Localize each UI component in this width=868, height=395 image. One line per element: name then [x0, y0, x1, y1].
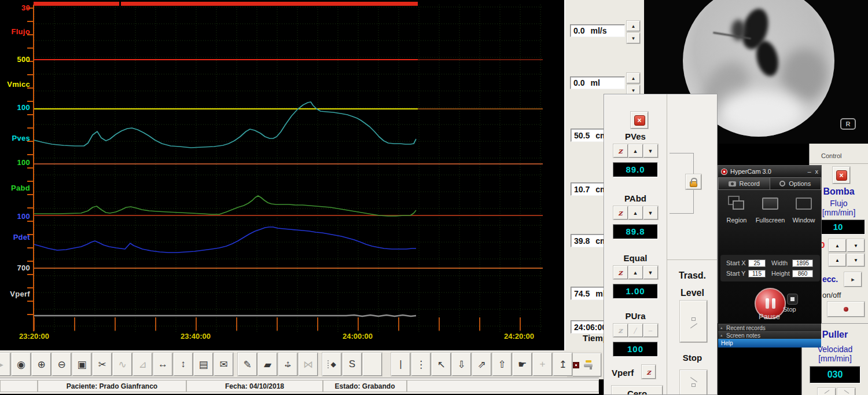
hypercam-titlebar[interactable]: HyperCam 3.0 – x: [718, 166, 821, 177]
target-icon[interactable]: ◉: [12, 353, 31, 376]
y-axis-label: Pabd: [0, 184, 30, 192]
hypercam-body: Region Fullscreen Window Start X 25 Widt…: [718, 190, 821, 324]
close-button[interactable]: x: [815, 168, 819, 175]
y-axis-label: 100: [0, 103, 30, 112]
arrow-down-icon[interactable]: ⇩: [452, 353, 471, 376]
flujo-fine-up-button[interactable]: ▲: [829, 254, 846, 266]
cut-icon[interactable]: ✂: [93, 353, 112, 376]
status-paciente: Paciente: Prado Gianfranco: [38, 380, 186, 392]
flujo-fine-down-button[interactable]: ▼: [847, 254, 865, 266]
trasd-level-button[interactable]: [680, 301, 707, 342]
cero-button[interactable]: Cero: [612, 386, 663, 395]
decrease-button[interactable]: ▼: [643, 206, 658, 220]
decrease-button[interactable]: ▼: [643, 144, 658, 158]
mode-window[interactable]: Window: [789, 193, 819, 224]
help-bar[interactable]: Help: [718, 339, 821, 348]
channel-pura: PUra z ╱ ─ 100: [604, 311, 667, 357]
h-expand-icon[interactable]: ↔: [153, 353, 172, 376]
channel-label: PVes: [604, 131, 667, 141]
flujo-coarse-down-button[interactable]: ▼: [847, 239, 865, 252]
puller-right-button[interactable]: [837, 388, 855, 395]
trasd-stop-button[interactable]: [680, 370, 707, 395]
lock-button[interactable]: [686, 174, 701, 189]
flujo-coarse-up-button[interactable]: ▲: [829, 239, 846, 252]
zoom-in-icon[interactable]: ⊕: [32, 353, 51, 376]
gear-icon: [779, 181, 785, 186]
move-icon[interactable]: ↔↕: [278, 353, 297, 376]
height-field[interactable]: 860: [792, 270, 813, 277]
start-y-field[interactable]: 115: [748, 270, 766, 277]
pause-caption: Pause: [759, 312, 780, 321]
readout-value: 50.5: [574, 131, 590, 140]
mail-icon[interactable]: ✉: [214, 353, 233, 376]
blank-button[interactable]: [363, 353, 382, 376]
urodynamics-app: 30Flujo500Vmicc100Pves100Pabd100Pdet700V…: [0, 0, 868, 395]
tab-control[interactable]: Control: [821, 152, 841, 159]
panel-divider: [667, 94, 667, 395]
tab-record[interactable]: Record: [718, 177, 770, 190]
stop-label: Stop: [667, 353, 718, 363]
chart-area: 30Flujo500Vmicc100Pves100Pabd100Pdet700V…: [0, 0, 564, 350]
trace-pdet: [34, 227, 416, 253]
eraser-icon[interactable]: ▰: [258, 353, 277, 376]
trace-pabd: [34, 196, 416, 216]
hand-icon[interactable]: ☛: [513, 353, 532, 376]
channel-pabd: PAbd z ▲ ▼ 89.8: [604, 193, 667, 239]
zero-button[interactable]: z: [613, 266, 628, 279]
arrow-up-icon[interactable]: ⇧: [492, 353, 512, 376]
stop-button[interactable]: [787, 294, 798, 305]
arrow-top-icon[interactable]: ↥: [553, 353, 572, 376]
clipboard-icon[interactable]: ▣: [72, 353, 91, 376]
puller-left-button[interactable]: [818, 388, 836, 395]
close-control-button[interactable]: ×: [833, 167, 850, 184]
increase-button[interactable]: ▲: [628, 206, 643, 220]
volume-field[interactable]: 0.0 ml: [570, 76, 625, 89]
ecc-button[interactable]: ▸: [844, 272, 862, 287]
hypercam-logo-icon: [721, 169, 727, 175]
sensation-icon[interactable]: S: [343, 353, 362, 376]
ecc-label: ecc.: [822, 275, 838, 284]
start-x-field[interactable]: 25: [748, 259, 766, 267]
mode-region[interactable]: Region: [722, 193, 752, 224]
recent-records-section[interactable]: ▴ Recent records: [718, 324, 821, 331]
arrow-nw-icon[interactable]: ↖: [432, 353, 451, 376]
pen-diagonal-icon[interactable]: ⇗: [472, 353, 491, 376]
close-panel-button[interactable]: ×: [631, 112, 648, 129]
screen-notes-section[interactable]: ▴ Screen notes: [718, 331, 821, 339]
increase-button[interactable]: ▲: [628, 266, 643, 279]
flow-down-button[interactable]: ▼: [627, 33, 640, 43]
event-marker-icon[interactable]: ◆: [322, 353, 341, 376]
vperf-zero-button[interactable]: z: [642, 365, 656, 379]
zero-button[interactable]: z: [613, 144, 628, 158]
zoom-out-icon[interactable]: ⊖: [52, 353, 71, 376]
status-fecha: Fecha: 04/10/2018: [186, 380, 323, 392]
minimize-button[interactable]: –: [807, 168, 811, 175]
level-label: Level: [667, 288, 718, 298]
divider: [667, 259, 718, 260]
v-expand-icon[interactable]: ↕: [174, 353, 193, 376]
flow-up-button[interactable]: ▲: [627, 21, 640, 31]
zero-button[interactable]: z: [613, 206, 628, 220]
cursor-dotted-icon[interactable]: ⋮: [411, 353, 431, 376]
readout-value: 24:06:00: [574, 323, 606, 332]
volume-value: 0.0: [573, 78, 584, 87]
flow-field[interactable]: 0.0 ml/s: [570, 24, 625, 37]
velocidad-value-display: 030: [810, 366, 860, 383]
channel-value-display: 1.00: [613, 284, 658, 299]
pump-onoff-button[interactable]: [827, 302, 865, 317]
pencil-icon[interactable]: ✎: [238, 353, 257, 376]
window-title: HyperCam 3.0: [730, 168, 771, 175]
increase-button[interactable]: ▲: [628, 144, 643, 158]
readout-value: 39.8: [574, 236, 590, 246]
mode-fullscreen[interactable]: Fullscreen: [755, 193, 785, 224]
cursor-line-icon[interactable]: |: [391, 353, 410, 376]
volume-up-button[interactable]: ▲: [627, 73, 640, 83]
time-tick-label: 24:20:00: [493, 332, 545, 341]
width-field[interactable]: 1895: [792, 259, 813, 267]
tab-options[interactable]: Options: [770, 177, 822, 190]
decrease-button[interactable]: ▼: [643, 266, 658, 279]
channel-value-display: 89.0: [613, 162, 658, 177]
status-empty-left: [0, 380, 38, 392]
save-icon[interactable]: ▤: [194, 353, 213, 376]
channel-pves: PVes z ▲ ▼ 89.0: [604, 131, 667, 177]
